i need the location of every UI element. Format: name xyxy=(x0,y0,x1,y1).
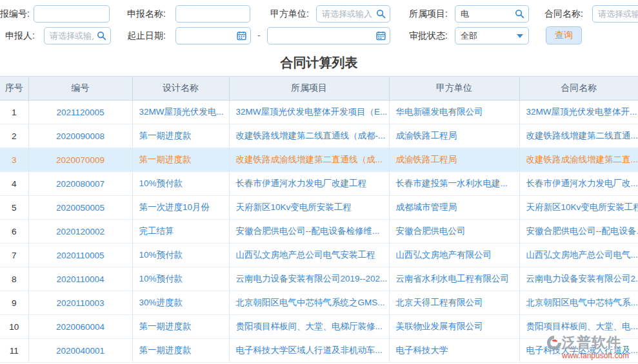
date-start-field-wrap xyxy=(175,27,251,44)
row-cell: 云南电力设备安装有限公司2... xyxy=(519,267,638,291)
approval-status-label: 审批状态: xyxy=(409,30,448,42)
table-body: 1202112000532MW屋顶光伏发电...32MW屋顶光伏发电整体开发项目… xyxy=(0,101,638,363)
row-cell: 第一期进度款 xyxy=(132,315,229,339)
row-serial: 9 xyxy=(0,291,28,315)
row-cell: 安徽合肥供电公司 xyxy=(389,220,519,244)
column-header-5: 合同名称 xyxy=(519,77,638,101)
declarant-field-wrap xyxy=(44,27,111,44)
column-header-4: 甲方单位 xyxy=(389,77,519,101)
row-code-link[interactable]: 2020110003 xyxy=(28,291,132,315)
row-cell: 美联物业发展有限公司 xyxy=(389,315,519,339)
row-code-link[interactable]: 2020040001 xyxy=(28,339,132,363)
table-header-row: 序号编号设计名称所属项目甲方单位合同名称 xyxy=(0,77,638,101)
row-code-link[interactable]: 2020110005 xyxy=(28,244,132,267)
row-code-link[interactable]: 2020070009 xyxy=(28,148,132,172)
declarant-label: 申报人: xyxy=(5,30,35,42)
row-cell: 山西弘文房地产总公司电气... xyxy=(519,244,638,267)
row-serial: 4 xyxy=(0,172,28,196)
date-end-input[interactable] xyxy=(267,27,390,44)
row-cell: 第一次进度10月份 xyxy=(132,196,229,220)
row-cell: 32MW屋顶光伏发电整体开... xyxy=(519,101,638,124)
search-icon[interactable] xyxy=(515,9,524,19)
table-row[interactable]: 22020090008第一期进度款改建铁路线增建第二线直通线（成都-...成渝铁… xyxy=(0,124,638,148)
query-button[interactable]: 查询 xyxy=(546,26,582,44)
report-code-input[interactable] xyxy=(34,5,110,23)
date-range-label: 起止日期: xyxy=(127,30,166,42)
row-cell: 电子科技大学区域人行道及非机动车... xyxy=(229,339,389,363)
report-name-field-wrap xyxy=(175,5,250,23)
row-serial: 1 xyxy=(0,101,28,124)
table-header: 序号编号设计名称所属项目甲方单位合同名称 xyxy=(0,77,638,101)
report-name-label: 申报名称: xyxy=(127,8,166,20)
party-a-field-wrap xyxy=(316,5,390,23)
row-cell: 改建铁路成渝线增建第二直... xyxy=(519,148,638,172)
report-code-label: 报编号: xyxy=(0,8,30,20)
table-row[interactable]: 52020050005第一次进度10月份天府新区10Kv变电所安装工程成都城市管… xyxy=(0,196,638,220)
report-name-input[interactable] xyxy=(175,5,250,23)
table-row[interactable]: 1202112000532MW屋顶光伏发电...32MW屋顶光伏发电整体开发项目… xyxy=(0,101,638,124)
party-a-label: 甲方单位: xyxy=(270,8,309,20)
table-row[interactable]: 112020040001第一期进度款电子科技大学区域人行道及非机动车...电子科… xyxy=(0,339,638,363)
row-cell: 第一期进度款 xyxy=(132,148,229,172)
report-code-field-wrap xyxy=(34,5,110,23)
row-cell: 北京朝阳区电气中芯特气系... xyxy=(519,291,638,315)
row-cell: 北京天得工程有限公司 xyxy=(389,291,519,315)
row-serial: 3 xyxy=(0,148,28,172)
table-row[interactable]: 4202008000710%预付款长春市伊通河水力发电厂改建工程长春市建投第一水… xyxy=(0,172,638,196)
table-row[interactable]: 9202011000330%进度款北京朝阳区电气中芯特气系统之GMS...北京天… xyxy=(0,291,638,315)
contract-table: 序号编号设计名称所属项目甲方单位合同名称 1202112000532MW屋顶光伏… xyxy=(0,76,638,363)
row-cell: 云南电力设备安装有限公司2019--202... xyxy=(229,267,389,291)
row-code-link[interactable]: 2020090008 xyxy=(28,124,132,148)
contract-calculation-page: 报编号: 申报名称: 甲方单位: 所属项目: 合同名称: xyxy=(0,0,638,364)
table-row[interactable]: 32020070009第一期进度款改建铁路成渝线增建第二直通线（成...成渝铁路… xyxy=(0,148,638,172)
search-icon[interactable] xyxy=(376,9,386,19)
search-icon[interactable] xyxy=(97,31,106,41)
filter-bar: 报编号: 申报名称: 甲方单位: 所属项目: 合同名称: xyxy=(0,0,638,52)
row-code-link[interactable]: 2021120005 xyxy=(28,101,132,124)
table-row[interactable]: 7202011000510%预付款山西弘文房地产总公司电气安装工程山西弘文房地产… xyxy=(0,244,638,267)
contract-name-field-wrap xyxy=(592,5,638,23)
table-row[interactable]: 102020060004第一期进度款贵阳项目样板间、大堂、电梯厅装修...美联物… xyxy=(0,315,638,339)
row-cell: 30%进度款 xyxy=(132,291,229,315)
table-row[interactable]: 62020120002完工结算安徽合肥供电公司--配电设备检修维...安徽合肥供… xyxy=(0,220,638,244)
row-cell: 安徽合肥供电公司--配电设备... xyxy=(519,220,638,244)
calendar-icon[interactable] xyxy=(237,31,246,41)
row-code-link[interactable]: 2020120002 xyxy=(28,220,132,244)
row-cell: 云南省水利水电工程有限公司 xyxy=(389,267,519,291)
row-cell: 成都城市管理局 xyxy=(389,196,519,220)
row-cell: 10%预付款 xyxy=(132,172,229,196)
chevron-down-icon xyxy=(517,34,523,38)
row-cell: 安徽合肥供电公司--配电设备检修维... xyxy=(229,220,389,244)
row-code-link[interactable]: 2020050005 xyxy=(28,196,132,220)
date-range-separator: - xyxy=(257,30,261,41)
row-cell: 成渝铁路工程局 xyxy=(389,124,519,148)
row-cell: 天府新区10Kv变电所安装工程 xyxy=(519,196,638,220)
row-code-link[interactable]: 2020110004 xyxy=(28,267,132,291)
project-field-wrap xyxy=(455,5,529,23)
row-cell: 改建铁路线增建第二线直通线（成都-... xyxy=(229,124,389,148)
row-code-link[interactable]: 2020060004 xyxy=(28,315,132,339)
project-label: 所属项目: xyxy=(409,8,448,20)
table-row[interactable]: 8202011000410%预付款云南电力设备安装有限公司2019--202..… xyxy=(0,267,638,291)
row-cell: 华电新疆发电有限公司 xyxy=(389,101,519,124)
row-serial: 7 xyxy=(0,244,28,267)
column-header-3: 所属项目 xyxy=(229,77,389,101)
row-cell: 10%预付款 xyxy=(132,267,229,291)
row-cell: 完工结算 xyxy=(132,220,229,244)
row-serial: 10 xyxy=(0,315,28,339)
row-cell: 32MW屋顶光伏发电整体开发项目（E... xyxy=(229,101,389,124)
row-cell: 改建铁路线增建第二线直通... xyxy=(519,124,638,148)
column-header-0: 序号 xyxy=(0,77,28,101)
row-cell: 32MW屋顶光伏发电... xyxy=(132,101,229,124)
row-code-link[interactable]: 2020080007 xyxy=(28,172,132,196)
contract-name-input[interactable] xyxy=(592,5,638,23)
approval-status-select[interactable]: 全部 xyxy=(455,27,529,44)
row-serial: 5 xyxy=(0,196,28,220)
row-serial: 6 xyxy=(0,220,28,244)
row-serial: 2 xyxy=(0,124,28,148)
row-cell: 长春市伊通河水力发电厂改... xyxy=(519,172,638,196)
approval-status-value: 全部 xyxy=(461,30,477,42)
calendar-icon[interactable] xyxy=(376,31,386,41)
row-cell: 长春市建投第一水利水电建... xyxy=(389,172,519,196)
row-cell: 北京朝阳区电气中芯特气系统之GMS... xyxy=(229,291,389,315)
